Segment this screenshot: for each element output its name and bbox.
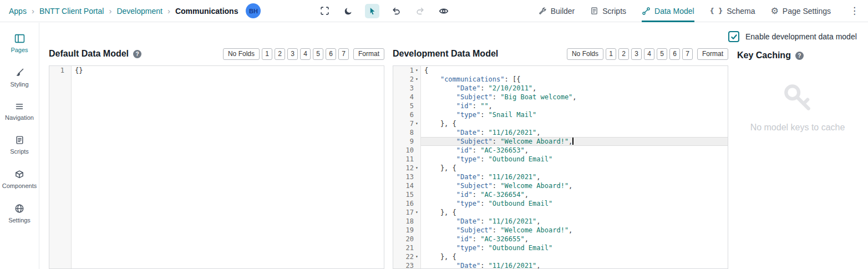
code-line-15[interactable]: 15 "id": "AC-326654", — [393, 190, 728, 199]
breadcrumb-app-name[interactable]: BNTT Client Portal — [39, 7, 104, 16]
enable-dev-model-toggle[interactable]: Enable development data model — [728, 31, 867, 42]
default-model-code-editor[interactable]: 1{} — [49, 65, 384, 269]
code-line-20[interactable]: 20 "id": "AC-326655", — [393, 235, 728, 243]
line-number: 16 — [393, 199, 421, 208]
breadcrumb: Apps › BNTT Client Portal › Development … — [9, 7, 238, 16]
chevron-right-icon: › — [167, 7, 170, 15]
chevron-right-icon: › — [32, 7, 34, 15]
data-model-nodes-icon — [642, 7, 651, 16]
nav-scripts[interactable]: Scripts — [590, 0, 626, 22]
nav-builder[interactable]: Builder — [538, 0, 575, 22]
code-line-3[interactable]: 3 "Date": "2/10/2011", — [393, 84, 728, 93]
breadcrumb-development[interactable]: Development — [116, 7, 163, 16]
paintbrush-icon — [14, 68, 24, 78]
redo-icon — [415, 6, 425, 16]
pointer-tool-button[interactable] — [365, 4, 379, 18]
sidebar-item-scripts[interactable]: Scripts — [0, 135, 39, 155]
no-folds-button[interactable]: No Folds — [567, 48, 603, 60]
preview-button[interactable] — [436, 4, 451, 18]
code-line-12[interactable]: 12▾ }, { — [393, 164, 728, 172]
code-line-14[interactable]: 14 "Subject": "Welcome Aboard!", — [393, 181, 728, 190]
fold-level-buttons: 1234567 — [262, 48, 349, 60]
line-number: 23 — [393, 261, 421, 269]
fold-level-4-button[interactable]: 4 — [300, 48, 311, 60]
fold-level-2-button[interactable]: 2 — [275, 48, 285, 60]
gear-icon: ⚙ — [770, 6, 778, 16]
fold-level-6-button[interactable]: 6 — [669, 48, 680, 60]
default-data-model-panel: Default Data Model ? No Folds 1234567 Fo… — [49, 47, 384, 269]
help-icon[interactable]: ? — [795, 52, 804, 60]
code-line-19[interactable]: 19 "Subject": "Welcome Aboard!", — [393, 226, 728, 235]
code-line-11[interactable]: 11 "type": "Outbound Email" — [393, 155, 728, 164]
sidebar-item-navigation[interactable]: Navigation — [0, 102, 39, 121]
nav-builder-label: Builder — [551, 7, 575, 16]
fold-toggle-icon[interactable]: ▾ — [414, 164, 420, 172]
line-number: 7▾ — [393, 119, 421, 128]
code-line-1[interactable]: 1{} — [49, 66, 384, 75]
code-line-7[interactable]: 7▾ }, { — [393, 119, 728, 128]
nav-data-model[interactable]: Data Model — [642, 0, 694, 22]
format-button[interactable]: Format — [697, 48, 728, 60]
fold-level-5-button[interactable]: 5 — [657, 48, 667, 60]
sidebar-item-components[interactable]: Components — [0, 169, 39, 189]
undo-button[interactable] — [389, 4, 403, 18]
code-line-13[interactable]: 13 "Date": "11/16/2021", — [393, 172, 728, 181]
fold-level-2-button[interactable]: 2 — [618, 48, 629, 60]
format-button[interactable]: Format — [353, 48, 384, 60]
fold-level-4-button[interactable]: 4 — [644, 48, 654, 60]
code-line-5[interactable]: 5 "id": "", — [393, 101, 728, 110]
code-line-8[interactable]: 8 "Date": "11/16/2021", — [393, 128, 728, 137]
fold-level-1-button[interactable]: 1 — [262, 48, 272, 60]
sidebar-item-settings[interactable]: Settings — [0, 204, 39, 224]
default-model-title: Default Data Model — [49, 49, 129, 59]
fullscreen-button[interactable] — [317, 4, 332, 18]
nav-page-settings-label: Page Settings — [783, 7, 831, 16]
sidebar-item-styling[interactable]: Styling — [0, 68, 39, 88]
code-line-1[interactable]: 1▾{ — [393, 66, 728, 75]
top-bar: Apps › BNTT Client Portal › Development … — [0, 0, 868, 22]
fold-toggle-icon[interactable]: ▾ — [414, 66, 420, 75]
fold-level-3-button[interactable]: 3 — [287, 48, 298, 60]
nav-page-settings[interactable]: ⚙ Page Settings — [770, 0, 831, 22]
code-line-18[interactable]: 18 "Date": "11/16/2021", — [393, 217, 728, 226]
sidebar-label: Navigation — [5, 114, 34, 121]
line-number: 15 — [393, 190, 421, 199]
sidebar-item-pages[interactable]: Pages — [0, 34, 39, 53]
fold-toggle-icon[interactable]: ▾ — [414, 252, 420, 261]
enable-dev-model-label: Enable development data model — [745, 32, 857, 41]
fold-level-6-button[interactable]: 6 — [326, 48, 336, 60]
code-line-9[interactable]: 9 "Subject": "Welcome Aboard!", — [393, 137, 728, 146]
breadcrumb-apps[interactable]: Apps — [9, 7, 27, 16]
redo-button[interactable] — [413, 4, 427, 18]
fold-level-buttons: 1234567 — [606, 48, 693, 60]
fold-level-7-button[interactable]: 7 — [338, 48, 349, 60]
code-line-2[interactable]: 2▾ "communications": [{ — [393, 75, 728, 84]
fold-level-5-button[interactable]: 5 — [313, 48, 323, 60]
fold-level-7-button[interactable]: 7 — [682, 48, 693, 60]
code-line-17[interactable]: 17▾ }, { — [393, 208, 728, 217]
avatar[interactable]: BH — [246, 3, 261, 18]
fold-toggle-icon[interactable]: ▾ — [414, 75, 420, 84]
code-line-22[interactable]: 22▾ }, { — [393, 252, 728, 261]
code-line-6[interactable]: 6 "type": "Snail Mail" — [393, 110, 728, 119]
fold-level-1-button[interactable]: 1 — [606, 48, 616, 60]
dev-model-code-editor[interactable]: 1▾{2▾ "communications": [{3 "Date": "2/1… — [393, 65, 728, 269]
fold-toggle-icon[interactable]: ▾ — [414, 208, 420, 217]
overflow-menu-icon[interactable]: ⋮ — [850, 6, 859, 16]
enable-dev-model-checkbox[interactable] — [728, 31, 739, 42]
chevron-right-icon: › — [109, 7, 111, 15]
code-line-23[interactable]: 23 "Date": "11/16/2021", — [393, 261, 728, 269]
line-number: 19 — [393, 226, 421, 235]
line-number: 17▾ — [393, 208, 421, 217]
scripts-file-icon — [590, 7, 598, 15]
code-line-21[interactable]: 21 "type": "Outbound Email" — [393, 243, 728, 252]
fold-toggle-icon[interactable]: ▾ — [414, 119, 420, 128]
code-line-10[interactable]: 10 "id": "AC-326653", — [393, 146, 728, 155]
code-line-4[interactable]: 4 "Subject": "Big Boat welcome", — [393, 93, 728, 101]
help-icon[interactable]: ? — [133, 50, 141, 58]
no-folds-button[interactable]: No Folds — [223, 48, 260, 60]
code-line-16[interactable]: 16 "type": "Outbound Email" — [393, 199, 728, 208]
fold-level-3-button[interactable]: 3 — [631, 48, 642, 60]
nav-schema[interactable]: { } Schema — [710, 0, 755, 22]
dark-mode-button[interactable] — [341, 4, 356, 18]
